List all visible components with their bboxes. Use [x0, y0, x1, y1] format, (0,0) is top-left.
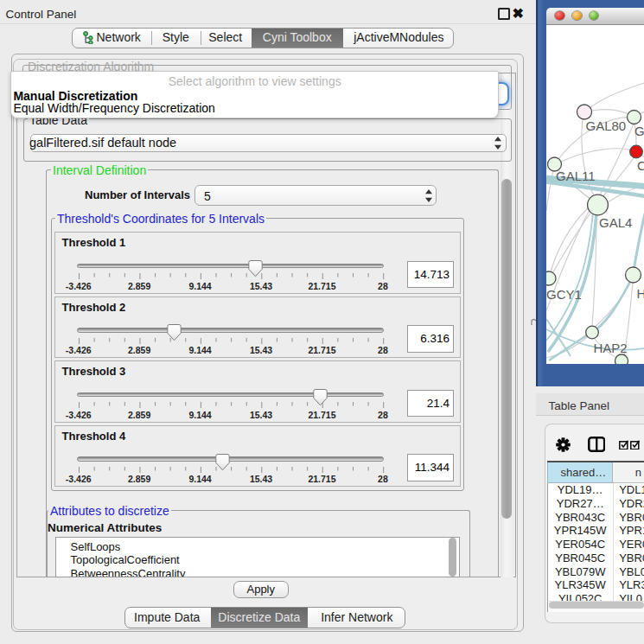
svg-text:C: C	[637, 158, 644, 173]
svg-text:GA: GA	[634, 124, 644, 138]
svg-text:GCY1: GCY1	[546, 287, 582, 302]
svg-text:GAL4: GAL4	[599, 214, 632, 229]
svg-text:GAL80: GAL80	[585, 118, 626, 133]
svg-text:H: H	[636, 285, 644, 300]
svg-text:HAP2: HAP2	[593, 340, 627, 354]
svg-text:GAL11: GAL11	[556, 169, 596, 183]
